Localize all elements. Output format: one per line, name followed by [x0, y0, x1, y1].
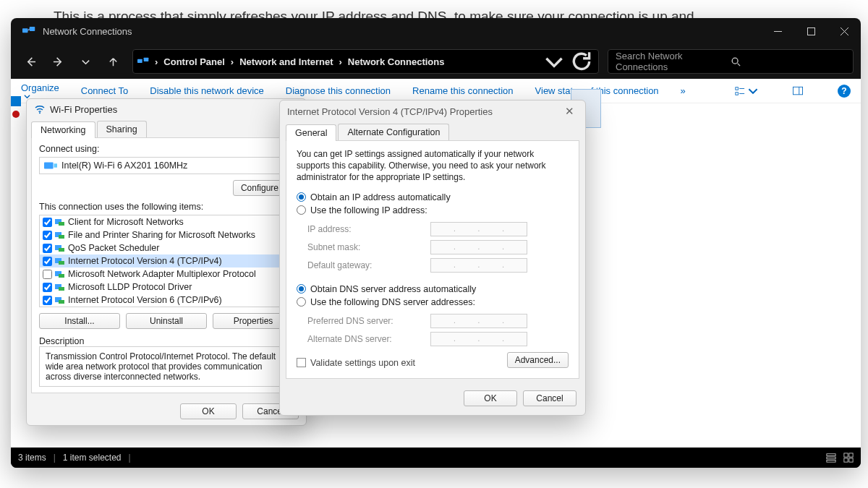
network-icon [137, 56, 149, 67]
svg-rect-0 [22, 28, 28, 33]
uninstall-button[interactable]: Uninstall [126, 313, 207, 329]
search-input[interactable]: Search Network Connections [608, 49, 854, 74]
radio-icon [297, 297, 306, 307]
dialog-title[interactable]: Wi-Fi Properties [27, 99, 306, 119]
radio-icon [297, 192, 306, 202]
ok-button[interactable]: OK [464, 390, 517, 406]
svg-rect-32 [59, 235, 64, 239]
list-item[interactable]: Client for Microsoft Networks [40, 215, 293, 228]
organize-menu[interactable]: Organize [21, 82, 59, 100]
component-icon [55, 283, 65, 291]
dialog-title-text: Internet Protocol Version 4 (TCP/IPv4) P… [287, 106, 493, 117]
tab-strip: General Alternate Configuration [280, 122, 585, 140]
dialog-title[interactable]: Internet Protocol Version 4 (TCP/IPv4) P… [280, 100, 585, 122]
install-button[interactable]: Install... [39, 313, 120, 329]
large-icons-view-button[interactable] [843, 453, 854, 463]
svg-rect-42 [59, 300, 64, 304]
tab-networking[interactable]: Networking [31, 121, 95, 138]
description-label: Description [39, 336, 294, 346]
svg-rect-14 [736, 92, 739, 95]
breadcrumb-control-panel[interactable]: Control Panel [163, 56, 225, 67]
caret-down-icon [745, 86, 758, 96]
svg-rect-38 [59, 274, 64, 278]
item-checkbox[interactable] [43, 218, 52, 227]
rename-button[interactable]: Rename this connection [412, 85, 513, 96]
breadcrumb-network-connections[interactable]: Network Connections [348, 56, 445, 67]
diagnose-button[interactable]: Diagnose this connection [286, 85, 391, 96]
more-commands-button[interactable]: » [681, 85, 686, 96]
subnet-mask-input: ... [430, 240, 527, 254]
cancel-button[interactable]: Cancel [523, 390, 576, 406]
ip-address-label: IP address: [307, 224, 430, 234]
item-checkbox[interactable] [43, 231, 52, 240]
item-checkbox[interactable] [43, 296, 52, 305]
svg-rect-24 [844, 458, 848, 462]
maximize-button[interactable] [794, 18, 827, 44]
preferred-dns-input: ... [430, 314, 527, 328]
list-item-label: Internet Protocol Version 4 (TCP/IPv4) [68, 256, 222, 266]
radio-ip-manual[interactable]: Use the following IP address: [297, 205, 569, 215]
tab-general[interactable]: General [286, 124, 336, 141]
titlebar[interactable]: Network Connections [11, 18, 861, 44]
chevron-right-icon: › [152, 56, 161, 67]
svg-rect-20 [827, 457, 835, 459]
radio-ip-auto[interactable]: Obtain an IP address automatically [297, 192, 569, 202]
recent-locations-button[interactable] [73, 49, 98, 74]
list-item[interactable]: QoS Packet Scheduler [40, 241, 293, 254]
svg-rect-21 [827, 461, 835, 463]
item-checkbox[interactable] [43, 270, 52, 279]
list-item[interactable]: Microsoft Network Adapter Multiplexor Pr… [40, 267, 293, 281]
svg-rect-19 [827, 454, 835, 456]
radio-dns-manual[interactable]: Use the following DNS server addresses: [297, 297, 569, 307]
svg-rect-1 [30, 27, 35, 31]
item-checkbox[interactable] [43, 283, 52, 292]
wifi-icon [34, 103, 50, 115]
list-item[interactable]: Microsoft LLDP Protocol Driver [40, 281, 293, 294]
ip-address-input: ... [430, 222, 527, 236]
back-button[interactable] [18, 49, 43, 74]
list-item[interactable]: Internet Protocol Version 4 (TCP/IPv4) [40, 254, 293, 267]
svg-point-26 [39, 112, 41, 114]
refresh-button[interactable] [569, 51, 594, 72]
alternate-dns-input: ... [430, 332, 527, 346]
network-components-list[interactable]: Client for Microsoft NetworksFile and Pr… [39, 215, 294, 307]
ipv4-properties-dialog: Internet Protocol Version 4 (TCP/IPv4) P… [279, 100, 586, 416]
ok-button[interactable]: OK [180, 403, 237, 419]
list-item-label: Microsoft LLDP Protocol Driver [68, 282, 192, 292]
up-button[interactable] [101, 49, 125, 74]
item-checkbox[interactable] [43, 257, 52, 266]
address-bar[interactable]: › Control Panel › Network and Internet ›… [132, 49, 599, 74]
minimize-button[interactable] [761, 18, 794, 44]
gateway-input: ... [430, 258, 527, 273]
forward-button[interactable] [46, 49, 70, 74]
radio-label: Obtain DNS server address automatically [310, 284, 476, 294]
help-button[interactable]: ? [838, 85, 851, 98]
details-view-button[interactable] [826, 453, 836, 463]
advanced-button[interactable]: Advanced... [507, 352, 569, 368]
component-icon [55, 270, 65, 278]
view-options-button[interactable] [735, 86, 758, 96]
history-dropdown[interactable] [542, 51, 566, 72]
preview-pane-button[interactable] [793, 86, 803, 96]
tab-sharing[interactable]: Sharing [97, 121, 147, 137]
tab-alternate[interactable]: Alternate Configuration [338, 124, 449, 140]
list-item-label: File and Printer Sharing for Microsoft N… [68, 230, 255, 240]
chevron-right-icon: › [336, 56, 345, 67]
connect-to-button[interactable]: Connect To [81, 85, 129, 96]
list-item[interactable]: Internet Protocol Version 6 (TCP/IPv6) [40, 294, 293, 307]
radio-dns-auto[interactable]: Obtain DNS server address automatically [297, 284, 569, 294]
adapter-field[interactable]: Intel(R) Wi-Fi 6 AX201 160MHz [39, 157, 294, 174]
list-item[interactable]: File and Printer Sharing for Microsoft N… [40, 228, 293, 241]
item-checkbox[interactable] [43, 244, 52, 253]
search-icon [731, 56, 846, 67]
tab-strip: Networking Sharing [27, 119, 306, 137]
close-button[interactable]: ✕ [561, 105, 578, 118]
svg-rect-30 [59, 222, 64, 226]
disable-device-button[interactable]: Disable this network device [150, 85, 264, 96]
svg-rect-9 [137, 59, 142, 63]
radio-icon [297, 284, 306, 294]
svg-line-12 [738, 64, 741, 67]
network-icon [22, 27, 35, 35]
breadcrumb-network-and-internet[interactable]: Network and Internet [239, 56, 333, 67]
close-button[interactable] [827, 18, 861, 44]
